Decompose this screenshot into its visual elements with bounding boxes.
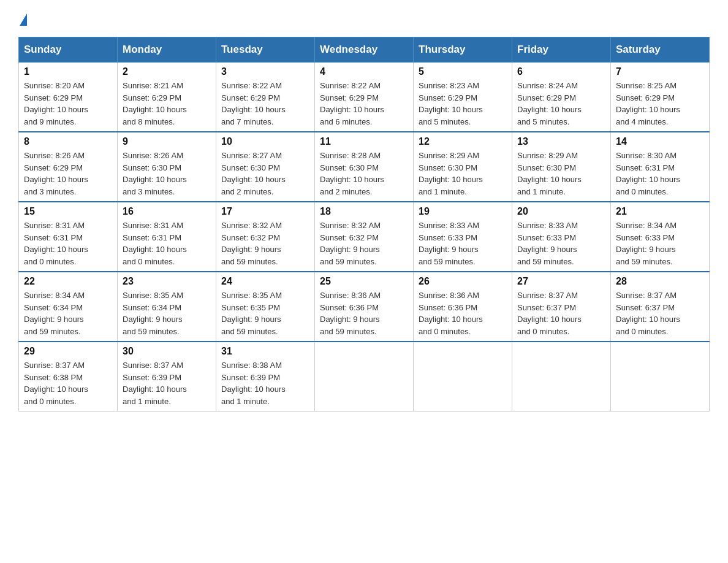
calendar-cell: 20Sunrise: 8:33 AMSunset: 6:33 PMDayligh…	[512, 202, 611, 272]
day-info: Sunrise: 8:31 AMSunset: 6:31 PMDaylight:…	[123, 220, 211, 267]
calendar-cell: 13Sunrise: 8:29 AMSunset: 6:30 PMDayligh…	[512, 132, 611, 202]
column-header-thursday: Thursday	[414, 37, 512, 63]
calendar-cell: 29Sunrise: 8:37 AMSunset: 6:38 PMDayligh…	[19, 342, 118, 412]
column-header-wednesday: Wednesday	[315, 37, 414, 63]
day-number: 25	[320, 276, 408, 287]
calendar-week-5: 29Sunrise: 8:37 AMSunset: 6:38 PMDayligh…	[19, 342, 710, 412]
calendar-cell: 21Sunrise: 8:34 AMSunset: 6:33 PMDayligh…	[611, 202, 710, 272]
calendar-cell	[315, 342, 414, 412]
calendar-cell: 30Sunrise: 8:37 AMSunset: 6:39 PMDayligh…	[118, 342, 216, 412]
calendar-cell: 6Sunrise: 8:24 AMSunset: 6:29 PMDaylight…	[512, 63, 611, 132]
day-number: 1	[24, 66, 112, 77]
calendar-cell: 28Sunrise: 8:37 AMSunset: 6:37 PMDayligh…	[611, 272, 710, 342]
day-number: 24	[221, 276, 309, 287]
day-info: Sunrise: 8:36 AMSunset: 6:36 PMDaylight:…	[419, 289, 507, 337]
day-info: Sunrise: 8:37 AMSunset: 6:39 PMDaylight:…	[123, 359, 211, 407]
calendar-cell	[512, 342, 611, 412]
calendar-cell: 8Sunrise: 8:26 AMSunset: 6:29 PMDaylight…	[19, 132, 118, 202]
calendar-cell: 17Sunrise: 8:32 AMSunset: 6:32 PMDayligh…	[216, 202, 315, 272]
day-info: Sunrise: 8:26 AMSunset: 6:29 PMDaylight:…	[24, 150, 112, 197]
column-header-monday: Monday	[118, 37, 216, 63]
calendar-cell: 5Sunrise: 8:23 AMSunset: 6:29 PMDaylight…	[414, 63, 512, 132]
day-info: Sunrise: 8:26 AMSunset: 6:30 PMDaylight:…	[123, 150, 211, 197]
day-number: 28	[616, 276, 704, 287]
day-info: Sunrise: 8:25 AMSunset: 6:29 PMDaylight:…	[616, 80, 704, 128]
day-number: 20	[517, 206, 605, 217]
day-info: Sunrise: 8:22 AMSunset: 6:29 PMDaylight:…	[320, 80, 408, 128]
day-info: Sunrise: 8:31 AMSunset: 6:31 PMDaylight:…	[24, 220, 112, 267]
day-number: 27	[517, 276, 605, 287]
calendar-week-2: 8Sunrise: 8:26 AMSunset: 6:29 PMDaylight…	[19, 132, 710, 202]
calendar-table: SundayMondayTuesdayWednesdayThursdayFrid…	[18, 37, 710, 412]
day-info: Sunrise: 8:28 AMSunset: 6:30 PMDaylight:…	[320, 150, 408, 197]
column-header-friday: Friday	[512, 37, 611, 63]
day-number: 11	[320, 136, 408, 147]
page-header	[18, 12, 710, 25]
day-info: Sunrise: 8:35 AMSunset: 6:35 PMDaylight:…	[221, 289, 309, 337]
calendar-cell: 26Sunrise: 8:36 AMSunset: 6:36 PMDayligh…	[414, 272, 512, 342]
day-info: Sunrise: 8:37 AMSunset: 6:37 PMDaylight:…	[616, 289, 704, 337]
day-number: 14	[616, 136, 704, 147]
logo	[18, 12, 27, 25]
day-number: 22	[24, 276, 112, 287]
day-info: Sunrise: 8:36 AMSunset: 6:36 PMDaylight:…	[320, 289, 408, 337]
day-number: 15	[24, 206, 112, 217]
day-info: Sunrise: 8:37 AMSunset: 6:37 PMDaylight:…	[517, 289, 605, 337]
day-info: Sunrise: 8:23 AMSunset: 6:29 PMDaylight:…	[419, 80, 507, 128]
day-info: Sunrise: 8:29 AMSunset: 6:30 PMDaylight:…	[517, 150, 605, 197]
calendar-cell: 4Sunrise: 8:22 AMSunset: 6:29 PMDaylight…	[315, 63, 414, 132]
day-info: Sunrise: 8:33 AMSunset: 6:33 PMDaylight:…	[419, 220, 507, 267]
column-header-sunday: Sunday	[19, 37, 118, 63]
calendar-cell: 11Sunrise: 8:28 AMSunset: 6:30 PMDayligh…	[315, 132, 414, 202]
day-number: 23	[123, 276, 211, 287]
day-number: 13	[517, 136, 605, 147]
calendar-cell: 16Sunrise: 8:31 AMSunset: 6:31 PMDayligh…	[118, 202, 216, 272]
day-info: Sunrise: 8:33 AMSunset: 6:33 PMDaylight:…	[517, 220, 605, 267]
calendar-cell: 1Sunrise: 8:20 AMSunset: 6:29 PMDaylight…	[19, 63, 118, 132]
calendar-cell: 7Sunrise: 8:25 AMSunset: 6:29 PMDaylight…	[611, 63, 710, 132]
day-number: 31	[221, 346, 309, 357]
calendar-week-1: 1Sunrise: 8:20 AMSunset: 6:29 PMDaylight…	[19, 63, 710, 132]
calendar-cell: 14Sunrise: 8:30 AMSunset: 6:31 PMDayligh…	[611, 132, 710, 202]
calendar-cell	[414, 342, 512, 412]
column-header-tuesday: Tuesday	[216, 37, 315, 63]
day-info: Sunrise: 8:27 AMSunset: 6:30 PMDaylight:…	[221, 150, 309, 197]
day-number: 2	[123, 66, 211, 77]
calendar-cell: 27Sunrise: 8:37 AMSunset: 6:37 PMDayligh…	[512, 272, 611, 342]
day-number: 9	[123, 136, 211, 147]
day-info: Sunrise: 8:32 AMSunset: 6:32 PMDaylight:…	[221, 220, 309, 267]
calendar-cell: 31Sunrise: 8:38 AMSunset: 6:39 PMDayligh…	[216, 342, 315, 412]
day-number: 16	[123, 206, 211, 217]
calendar-cell	[611, 342, 710, 412]
calendar-cell: 15Sunrise: 8:31 AMSunset: 6:31 PMDayligh…	[19, 202, 118, 272]
day-info: Sunrise: 8:21 AMSunset: 6:29 PMDaylight:…	[123, 80, 211, 128]
day-number: 30	[123, 346, 211, 357]
day-info: Sunrise: 8:38 AMSunset: 6:39 PMDaylight:…	[221, 359, 309, 407]
calendar-cell: 22Sunrise: 8:34 AMSunset: 6:34 PMDayligh…	[19, 272, 118, 342]
day-info: Sunrise: 8:32 AMSunset: 6:32 PMDaylight:…	[320, 220, 408, 267]
day-info: Sunrise: 8:22 AMSunset: 6:29 PMDaylight:…	[221, 80, 309, 128]
calendar-cell: 23Sunrise: 8:35 AMSunset: 6:34 PMDayligh…	[118, 272, 216, 342]
day-number: 29	[24, 346, 112, 357]
day-number: 12	[419, 136, 507, 147]
day-number: 6	[517, 66, 605, 77]
calendar-cell: 9Sunrise: 8:26 AMSunset: 6:30 PMDaylight…	[118, 132, 216, 202]
day-number: 21	[616, 206, 704, 217]
calendar-cell: 3Sunrise: 8:22 AMSunset: 6:29 PMDaylight…	[216, 63, 315, 132]
day-number: 17	[221, 206, 309, 217]
day-info: Sunrise: 8:37 AMSunset: 6:38 PMDaylight:…	[24, 359, 112, 407]
day-number: 8	[24, 136, 112, 147]
calendar-cell: 2Sunrise: 8:21 AMSunset: 6:29 PMDaylight…	[118, 63, 216, 132]
calendar-cell: 12Sunrise: 8:29 AMSunset: 6:30 PMDayligh…	[414, 132, 512, 202]
calendar-week-3: 15Sunrise: 8:31 AMSunset: 6:31 PMDayligh…	[19, 202, 710, 272]
calendar-cell: 10Sunrise: 8:27 AMSunset: 6:30 PMDayligh…	[216, 132, 315, 202]
day-info: Sunrise: 8:20 AMSunset: 6:29 PMDaylight:…	[24, 80, 112, 128]
day-number: 19	[419, 206, 507, 217]
day-info: Sunrise: 8:35 AMSunset: 6:34 PMDaylight:…	[123, 289, 211, 337]
calendar-week-4: 22Sunrise: 8:34 AMSunset: 6:34 PMDayligh…	[19, 272, 710, 342]
calendar-cell: 18Sunrise: 8:32 AMSunset: 6:32 PMDayligh…	[315, 202, 414, 272]
day-info: Sunrise: 8:34 AMSunset: 6:34 PMDaylight:…	[24, 289, 112, 337]
day-number: 7	[616, 66, 704, 77]
day-number: 4	[320, 66, 408, 77]
day-number: 10	[221, 136, 309, 147]
